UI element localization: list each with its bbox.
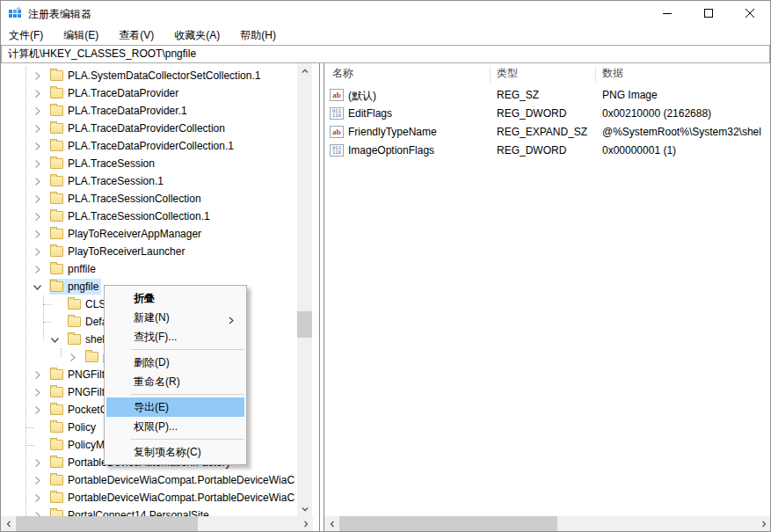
tree-item[interactable]: PLA.TraceSession.1 [1,172,297,190]
chevron-right-icon[interactable] [33,247,42,257]
folder-icon [50,281,63,292]
tree-item[interactable]: PLA.TraceDataProviderCollection [1,120,297,137]
chevron-right-icon[interactable] [33,458,42,468]
column-separator[interactable] [595,66,596,83]
chevron-right-icon[interactable] [33,89,42,98]
chevron-right-icon[interactable] [33,370,42,380]
chevron-right-icon[interactable] [33,230,42,239]
tree-vertical-scrollbar[interactable] [297,63,312,516]
context-menu-item-new[interactable]: 新建(N) [106,308,244,327]
context-menu-item-find[interactable]: 查找(F)... [106,327,244,346]
chevron-right-icon[interactable] [33,159,42,169]
value-row[interactable]: 011110ImageOptionFlagsREG_DWORD0x0000000… [324,142,771,160]
tree-item[interactable]: PLA.TraceDataProvider [1,84,297,102]
scroll-left-button[interactable] [1,516,16,531]
context-menu-item-rename[interactable]: 重命名(R) [106,372,244,391]
menu-item-help[interactable]: 帮助(H) [233,26,283,46]
scroll-right-button[interactable] [298,516,313,531]
chevron-right-icon[interactable] [33,212,42,222]
context-menu-item-delete[interactable]: 删除(D) [106,353,244,372]
column-header-name[interactable]: 名称 [332,66,353,84]
tree-item-label: pngfile [68,281,98,293]
title-bar[interactable]: 注册表编辑器 [1,1,770,26]
menu-item-file[interactable]: 文件(F) [2,26,50,46]
context-menu-item-export[interactable]: 导出(E) [106,397,244,417]
tree-horizontal-scrollbar[interactable] [1,516,313,531]
value-row[interactable]: 011110EditFlagsREG_DWORD0x00210000 (2162… [324,105,771,123]
values-horizontal-scrollbar[interactable] [324,516,771,531]
tree-connector-stub [43,304,52,305]
chevron-right-icon[interactable] [33,388,42,397]
value-row[interactable]: abFriendlyTypeNameREG_EXPAND_SZ@%SystemR… [324,123,771,142]
tree-item[interactable]: PlayToReceiverLauncher [1,243,297,260]
menu-separator [131,439,244,440]
chevron-right-icon[interactable] [33,71,42,81]
folder-icon [50,176,63,186]
chevron-right-icon[interactable] [33,405,42,415]
value-name: (默认) [348,89,489,104]
close-button[interactable] [729,1,770,26]
folder-icon [50,475,63,485]
chevron-right-icon[interactable] [33,194,42,204]
tree-item[interactable]: PortalConnect14.PersonalSite [1,506,297,516]
scroll-up-button[interactable] [297,63,312,78]
address-bar[interactable]: 计算机\HKEY_CLASSES_ROOT\pngfile [1,45,770,63]
horizontal-scroll-thumb[interactable] [16,516,198,531]
horizontal-scroll-thumb[interactable] [339,516,557,531]
context-menu-item-permissions[interactable]: 权限(P)... [106,417,244,436]
value-type: REG_SZ [497,89,593,101]
tree-item[interactable]: PortableDeviceWiaCompat.PortableDeviceWi… [1,471,297,489]
menu-item-favorites[interactable]: 收藏夹(A) [167,26,227,46]
menu-item-view[interactable]: 查看(V) [112,26,161,46]
context-menu-item-label: 折叠 [134,292,155,304]
chevron-right-icon[interactable] [33,106,42,116]
tree-item[interactable]: PlayToReceiverAppManager [1,225,297,243]
scroll-right-button[interactable] [756,516,771,531]
tree-item[interactable]: PLA.SystemDataCollectorSetCollection.1 [1,67,297,84]
tree-item[interactable]: PortableDeviceWiaCompat.PortableDeviceWi… [1,489,297,506]
tree-item[interactable]: PLA.TraceDataProviderCollection.1 [1,137,297,155]
chevron-right-icon[interactable] [33,476,42,485]
chevron-right-icon[interactable] [33,142,42,151]
tree-item[interactable]: PLA.TraceSessionCollection [1,190,297,208]
chevron-left-icon [4,520,13,528]
tree-item[interactable]: PLA.TraceDataProvider.1 [1,102,297,120]
value-type: REG_DWORD [497,107,593,120]
registry-editor-app-icon [8,6,22,20]
context-menu-item-collapse[interactable]: 折叠 [106,288,244,308]
vertical-scroll-thumb[interactable] [297,311,312,338]
maximize-button[interactable] [687,1,729,26]
folder-icon [50,492,63,503]
column-header-type[interactable]: 类型 [497,66,518,84]
tree-item-label: pnffile [68,263,96,275]
value-name: FriendlyTypeName [348,126,489,138]
scroll-down-button[interactable] [297,501,312,516]
value-name: EditFlags [348,107,489,120]
column-header-data[interactable]: 数据 [602,66,623,84]
value-row[interactable]: ab(默认)REG_SZPNG Image [324,86,771,105]
scroll-left-button[interactable] [324,516,339,531]
column-separator[interactable] [490,66,491,83]
menu-item-edit[interactable]: 编辑(E) [56,26,105,46]
value-name: ImageOptionFlags [348,144,489,157]
tree-item[interactable]: pnffile [1,260,297,278]
chevron-right-icon[interactable] [68,353,77,362]
context-menu-item-label: 删除(D) [134,356,170,368]
folder-icon [50,88,63,98]
value-type: REG_DWORD [497,144,593,157]
chevron-down-icon[interactable] [33,282,42,292]
chevron-down-icon[interactable] [50,335,60,345]
close-icon [746,9,754,18]
chevron-right-icon[interactable] [33,177,42,186]
minimize-button[interactable] [646,1,687,26]
tree-item[interactable]: PLA.TraceSession [1,155,297,172]
folder-icon [50,211,63,222]
chevron-right-icon[interactable] [33,265,42,274]
tree-connector-stub [25,427,34,428]
chevron-right-icon[interactable] [33,493,42,503]
context-menu-item-copy-key-name[interactable]: 复制项名称(C) [106,442,244,462]
chevron-right-icon[interactable] [33,124,42,134]
folder-icon [50,440,63,450]
tree-item[interactable]: PLA.TraceSessionCollection.1 [1,208,297,225]
value-data: 0x00210000 (2162688) [602,107,769,120]
